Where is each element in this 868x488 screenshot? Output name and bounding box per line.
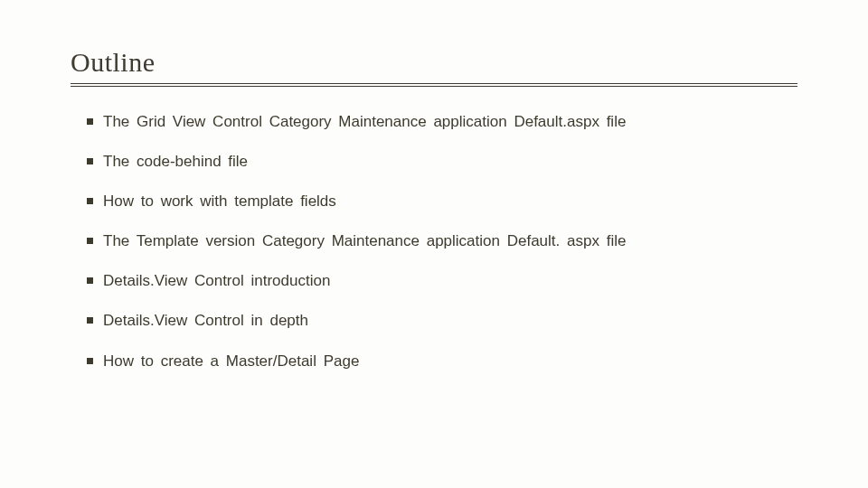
list-item-text: How to work with template fields — [103, 192, 336, 210]
slide: Outline The Grid View Control Category M… — [0, 0, 868, 488]
square-bullet-icon — [87, 317, 93, 324]
square-bullet-icon — [87, 238, 93, 244]
list-item: How to create a Master/Detail Page — [87, 352, 797, 371]
slide-title: Outline — [71, 47, 797, 78]
list-item-text: Details.View Control in depth — [103, 312, 308, 329]
square-bullet-icon — [87, 118, 93, 125]
square-bullet-icon — [87, 158, 93, 164]
list-item-text: The Template version Category Maintenanc… — [103, 232, 626, 249]
list-item: How to work with template fields — [87, 192, 797, 211]
list-item: The Template version Category Maintenanc… — [87, 231, 797, 251]
outline-list: The Grid View Control Category Maintenan… — [71, 112, 797, 371]
square-bullet-icon — [87, 198, 93, 204]
list-item-text: Details.View Control introduction — [103, 272, 330, 289]
list-item-text: The Grid View Control Category Maintenan… — [103, 113, 626, 130]
list-item: The code-behind file — [87, 152, 797, 172]
square-bullet-icon — [87, 277, 93, 284]
list-item: The Grid View Control Category Maintenan… — [87, 112, 797, 132]
title-rule — [71, 83, 797, 87]
list-item-text: How to create a Master/Detail Page — [103, 352, 359, 370]
list-item-text: The code-behind file — [103, 153, 248, 170]
list-item: Details.View Control introduction — [87, 271, 797, 291]
list-item: Details.View Control in depth — [87, 311, 797, 331]
square-bullet-icon — [87, 358, 93, 364]
